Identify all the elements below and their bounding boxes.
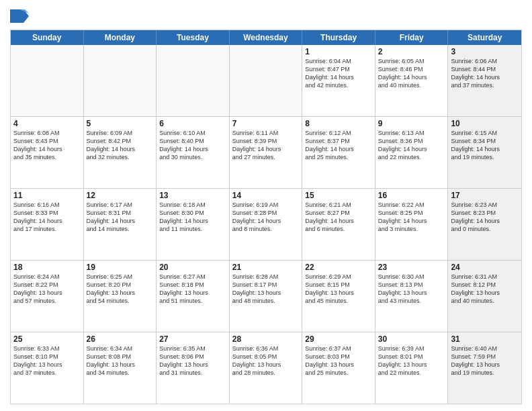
calendar-row: 18Sunrise: 6:24 AM Sunset: 8:22 PM Dayli…	[11, 261, 521, 332]
day-number: 28	[232, 334, 300, 344]
day-number: 6	[159, 119, 226, 128]
day-number: 1	[305, 47, 372, 56]
calendar-row: 1Sunrise: 6:04 AM Sunset: 8:47 PM Daylig…	[11, 45, 521, 117]
weekday-header: Tuesday	[157, 30, 230, 45]
calendar-cell: 16Sunrise: 6:22 AM Sunset: 8:25 PM Dayli…	[375, 189, 449, 260]
day-number: 7	[232, 119, 300, 128]
weekday-header: Sunday	[11, 30, 84, 45]
cell-info: Sunrise: 6:24 AM Sunset: 8:22 PM Dayligh…	[13, 273, 81, 306]
calendar-cell	[157, 45, 230, 116]
calendar-cell: 26Sunrise: 6:34 AM Sunset: 8:08 PM Dayli…	[84, 332, 157, 404]
weekday-header: Thursday	[302, 30, 375, 45]
calendar-cell: 13Sunrise: 6:18 AM Sunset: 8:30 PM Dayli…	[157, 189, 230, 260]
calendar-cell: 17Sunrise: 6:23 AM Sunset: 8:23 PM Dayli…	[448, 189, 521, 260]
calendar-cell: 23Sunrise: 6:30 AM Sunset: 8:13 PM Dayli…	[375, 261, 449, 332]
page-header	[10, 7, 522, 26]
calendar-cell: 9Sunrise: 6:13 AM Sunset: 8:36 PM Daylig…	[375, 117, 449, 188]
day-number: 3	[451, 47, 519, 56]
day-number: 8	[305, 119, 372, 128]
weekday-header: Monday	[84, 30, 157, 45]
cell-info: Sunrise: 6:13 AM Sunset: 8:36 PM Dayligh…	[378, 129, 445, 162]
weekday-header: Saturday	[448, 30, 521, 45]
day-number: 4	[13, 119, 81, 128]
cell-info: Sunrise: 6:39 AM Sunset: 8:01 PM Dayligh…	[378, 345, 445, 377]
weekday-header: Wednesday	[230, 30, 303, 45]
day-number: 5	[87, 119, 154, 128]
day-number: 20	[159, 263, 226, 272]
cell-info: Sunrise: 6:37 AM Sunset: 8:03 PM Dayligh…	[305, 345, 372, 377]
calendar-cell: 4Sunrise: 6:08 AM Sunset: 8:43 PM Daylig…	[11, 117, 84, 188]
cell-info: Sunrise: 6:25 AM Sunset: 8:20 PM Dayligh…	[87, 273, 154, 306]
calendar-cell: 24Sunrise: 6:31 AM Sunset: 8:12 PM Dayli…	[448, 261, 521, 332]
calendar-cell: 22Sunrise: 6:29 AM Sunset: 8:15 PM Dayli…	[302, 261, 375, 332]
calendar-cell: 20Sunrise: 6:27 AM Sunset: 8:18 PM Dayli…	[157, 261, 230, 332]
day-number: 17	[451, 191, 519, 200]
cell-info: Sunrise: 6:40 AM Sunset: 7:59 PM Dayligh…	[451, 345, 519, 377]
day-number: 23	[378, 263, 445, 272]
cell-info: Sunrise: 6:10 AM Sunset: 8:40 PM Dayligh…	[159, 129, 226, 162]
calendar-row: 25Sunrise: 6:33 AM Sunset: 8:10 PM Dayli…	[11, 332, 521, 404]
cell-info: Sunrise: 6:12 AM Sunset: 8:37 PM Dayligh…	[305, 129, 372, 162]
cell-info: Sunrise: 6:15 AM Sunset: 8:34 PM Dayligh…	[451, 129, 519, 162]
cell-info: Sunrise: 6:19 AM Sunset: 8:28 PM Dayligh…	[232, 201, 300, 234]
cell-info: Sunrise: 6:28 AM Sunset: 8:17 PM Dayligh…	[232, 273, 300, 306]
cell-info: Sunrise: 6:09 AM Sunset: 8:42 PM Dayligh…	[87, 129, 154, 162]
day-number: 31	[451, 334, 519, 344]
calendar-row: 11Sunrise: 6:16 AM Sunset: 8:33 PM Dayli…	[11, 189, 521, 261]
calendar-cell: 28Sunrise: 6:36 AM Sunset: 8:05 PM Dayli…	[230, 332, 303, 404]
cell-info: Sunrise: 6:11 AM Sunset: 8:39 PM Dayligh…	[232, 129, 300, 162]
cell-info: Sunrise: 6:27 AM Sunset: 8:18 PM Dayligh…	[159, 273, 226, 306]
day-number: 15	[305, 191, 372, 200]
calendar-cell: 27Sunrise: 6:35 AM Sunset: 8:06 PM Dayli…	[157, 332, 230, 404]
day-number: 14	[232, 191, 300, 200]
calendar-cell: 3Sunrise: 6:06 AM Sunset: 8:44 PM Daylig…	[448, 45, 521, 116]
day-number: 24	[451, 263, 519, 272]
logo-icon	[10, 7, 29, 26]
cell-info: Sunrise: 6:35 AM Sunset: 8:06 PM Dayligh…	[159, 345, 226, 377]
day-number: 27	[159, 334, 226, 344]
calendar-cell: 31Sunrise: 6:40 AM Sunset: 7:59 PM Dayli…	[448, 332, 521, 404]
calendar-cell: 25Sunrise: 6:33 AM Sunset: 8:10 PM Dayli…	[11, 332, 84, 404]
calendar-cell: 11Sunrise: 6:16 AM Sunset: 8:33 PM Dayli…	[11, 189, 84, 260]
cell-info: Sunrise: 6:04 AM Sunset: 8:47 PM Dayligh…	[305, 57, 372, 90]
calendar-cell: 2Sunrise: 6:05 AM Sunset: 8:46 PM Daylig…	[375, 45, 449, 116]
calendar-cell: 19Sunrise: 6:25 AM Sunset: 8:20 PM Dayli…	[84, 261, 157, 332]
day-number: 22	[305, 263, 372, 272]
calendar: SundayMondayTuesdayWednesdayThursdayFrid…	[10, 30, 522, 404]
day-number: 18	[13, 263, 81, 272]
cell-info: Sunrise: 6:06 AM Sunset: 8:44 PM Dayligh…	[451, 57, 519, 90]
cell-info: Sunrise: 6:34 AM Sunset: 8:08 PM Dayligh…	[87, 345, 154, 377]
day-number: 13	[159, 191, 226, 200]
cell-info: Sunrise: 6:08 AM Sunset: 8:43 PM Dayligh…	[13, 129, 81, 162]
calendar-cell: 30Sunrise: 6:39 AM Sunset: 8:01 PM Dayli…	[375, 332, 449, 404]
logo	[10, 7, 33, 26]
day-number: 29	[305, 334, 372, 344]
day-number: 9	[378, 119, 445, 128]
day-number: 26	[87, 334, 154, 344]
cell-info: Sunrise: 6:23 AM Sunset: 8:23 PM Dayligh…	[451, 201, 519, 234]
cell-info: Sunrise: 6:31 AM Sunset: 8:12 PM Dayligh…	[451, 273, 519, 306]
day-number: 21	[232, 263, 300, 272]
day-number: 30	[378, 334, 445, 344]
cell-info: Sunrise: 6:22 AM Sunset: 8:25 PM Dayligh…	[378, 201, 445, 234]
cell-info: Sunrise: 6:30 AM Sunset: 8:13 PM Dayligh…	[378, 273, 445, 306]
calendar-cell: 18Sunrise: 6:24 AM Sunset: 8:22 PM Dayli…	[11, 261, 84, 332]
calendar-cell: 10Sunrise: 6:15 AM Sunset: 8:34 PM Dayli…	[448, 117, 521, 188]
calendar-cell: 12Sunrise: 6:17 AM Sunset: 8:31 PM Dayli…	[84, 189, 157, 260]
cell-info: Sunrise: 6:33 AM Sunset: 8:10 PM Dayligh…	[13, 345, 81, 377]
calendar-cell: 6Sunrise: 6:10 AM Sunset: 8:40 PM Daylig…	[157, 117, 230, 188]
day-number: 2	[378, 47, 445, 56]
calendar-cell: 15Sunrise: 6:21 AM Sunset: 8:27 PM Dayli…	[302, 189, 375, 260]
calendar-cell: 8Sunrise: 6:12 AM Sunset: 8:37 PM Daylig…	[302, 117, 375, 188]
cell-info: Sunrise: 6:16 AM Sunset: 8:33 PM Dayligh…	[13, 201, 81, 234]
cell-info: Sunrise: 6:21 AM Sunset: 8:27 PM Dayligh…	[305, 201, 372, 234]
calendar-cell: 7Sunrise: 6:11 AM Sunset: 8:39 PM Daylig…	[230, 117, 303, 188]
day-number: 10	[451, 119, 519, 128]
cell-info: Sunrise: 6:36 AM Sunset: 8:05 PM Dayligh…	[232, 345, 300, 377]
calendar-header: SundayMondayTuesdayWednesdayThursdayFrid…	[11, 30, 521, 45]
calendar-cell: 21Sunrise: 6:28 AM Sunset: 8:17 PM Dayli…	[230, 261, 303, 332]
calendar-cell: 5Sunrise: 6:09 AM Sunset: 8:42 PM Daylig…	[84, 117, 157, 188]
calendar-body: 1Sunrise: 6:04 AM Sunset: 8:47 PM Daylig…	[11, 45, 521, 404]
day-number: 11	[13, 191, 81, 200]
cell-info: Sunrise: 6:18 AM Sunset: 8:30 PM Dayligh…	[159, 201, 226, 234]
